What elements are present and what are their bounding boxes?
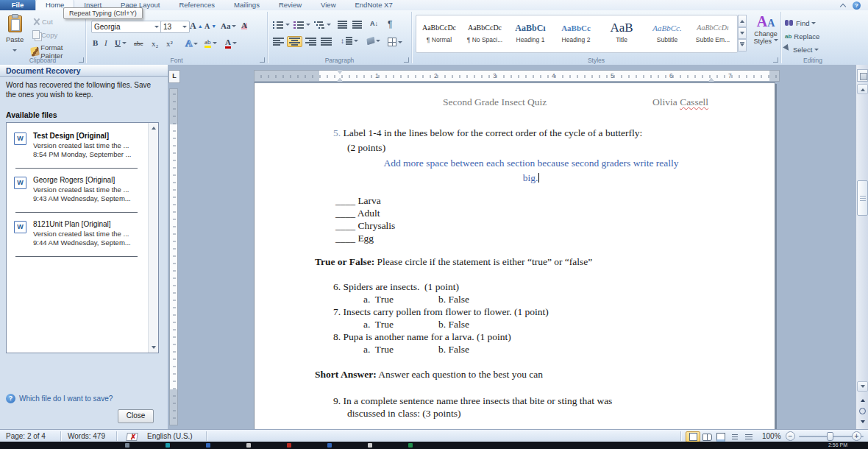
- line-spacing-button[interactable]: ↕: [339, 36, 360, 46]
- shading-button[interactable]: [366, 37, 382, 45]
- grow-font-button[interactable]: A▲: [188, 20, 204, 32]
- taskbar-app-icon[interactable]: [287, 443, 291, 448]
- next-page-button[interactable]: [857, 417, 868, 428]
- clipboard-dialog-launcher[interactable]: [79, 57, 84, 63]
- align-right-button[interactable]: [304, 37, 318, 46]
- change-case-button[interactable]: Aa: [219, 21, 238, 31]
- replace-button[interactable]: abReplace: [785, 29, 819, 43]
- clear-formatting-button[interactable]: A: [240, 20, 249, 30]
- underline-button[interactable]: U: [113, 38, 128, 48]
- view-ruler-toggle-icon[interactable]: [857, 69, 868, 82]
- style-subtitle[interactable]: AaBbCc.Subtitle: [644, 15, 690, 52]
- word-count[interactable]: Words: 479: [68, 430, 105, 442]
- font-name-combobox[interactable]: Georgia: [91, 21, 162, 33]
- paste-button[interactable]: Paste: [6, 15, 24, 57]
- zoom-in-button[interactable]: +: [852, 431, 861, 441]
- paragraph-dialog-launcher[interactable]: [404, 57, 409, 63]
- scroll-up-icon[interactable]: [149, 123, 158, 132]
- scroll-down-icon[interactable]: [149, 343, 158, 353]
- tab-endnote[interactable]: EndNote X7: [346, 0, 402, 10]
- page-indicator[interactable]: Page: 2 of 4: [6, 430, 46, 442]
- taskbar-app-icon[interactable]: [327, 443, 332, 448]
- italic-button[interactable]: I: [103, 38, 109, 48]
- tab-stop-selector[interactable]: L: [168, 70, 180, 83]
- tab-review[interactable]: Review: [269, 0, 311, 10]
- style-title[interactable]: AaBTitle: [599, 15, 644, 52]
- text-effects-button[interactable]: A: [184, 37, 199, 50]
- copy-button[interactable]: Copy: [31, 29, 59, 40]
- which-file-help-link[interactable]: Which file do I want to save?: [19, 395, 113, 403]
- taskbar-app-icon[interactable]: [408, 443, 413, 448]
- font-color-button[interactable]: A: [224, 37, 238, 49]
- scroll-up-icon[interactable]: [857, 84, 868, 94]
- style-no-spacing[interactable]: AaBbCcDc¶ No Spaci...: [462, 15, 508, 52]
- justify-button[interactable]: [319, 37, 333, 46]
- styles-more-button[interactable]: [738, 39, 747, 52]
- show-paragraph-marks-button[interactable]: ¶: [386, 18, 394, 30]
- tab-file[interactable]: File: [0, 0, 35, 10]
- previous-page-button[interactable]: [857, 395, 868, 406]
- hanging-indent-marker[interactable]: [337, 75, 343, 82]
- styles-scroll-up-button[interactable]: [738, 15, 747, 27]
- document-page[interactable]: Second Grade Insect Quiz Olivia Cassell …: [254, 82, 775, 429]
- styles-scroll-down-button[interactable]: [738, 27, 747, 40]
- draft-view-button[interactable]: [741, 431, 756, 442]
- strikethrough-button[interactable]: abc: [132, 39, 145, 48]
- font-size-combobox[interactable]: 13: [160, 21, 190, 33]
- horizontal-ruler[interactable]: 1 2 3 4 5 6 7: [254, 70, 780, 82]
- decrease-indent-button[interactable]: [336, 20, 349, 29]
- style-normal[interactable]: AaBbCcDc¶ Normal: [416, 15, 462, 52]
- bold-button[interactable]: B: [91, 38, 99, 48]
- vertical-scrollbar[interactable]: [855, 65, 868, 429]
- highlight-button[interactable]: ab: [203, 38, 218, 49]
- zoom-level[interactable]: 100%: [762, 430, 781, 442]
- increase-indent-button[interactable]: [351, 20, 363, 29]
- change-styles-button[interactable]: AA Change Styles: [751, 13, 780, 45]
- font-dialog-launcher[interactable]: [260, 57, 265, 63]
- file-list-scrollbar[interactable]: [148, 123, 158, 353]
- scrollbar-thumb[interactable]: [857, 180, 868, 216]
- tab-mailings[interactable]: Mailings: [224, 0, 269, 10]
- style-subtle-emphasis[interactable]: AaBbCcDıSubtle Em...: [690, 15, 736, 52]
- borders-button[interactable]: [386, 37, 404, 47]
- sort-button[interactable]: A↓: [369, 19, 380, 28]
- taskbar-app-icon[interactable]: [246, 443, 251, 448]
- align-center-button[interactable]: [287, 36, 302, 47]
- select-browse-object-button[interactable]: [857, 406, 868, 417]
- tab-references[interactable]: References: [169, 0, 224, 10]
- zoom-slider-thumb[interactable]: [827, 432, 833, 441]
- style-heading2[interactable]: AaBbCcHeading 2: [553, 15, 599, 52]
- recovered-file-item[interactable]: W Test Design [Original]Version created …: [14, 132, 145, 160]
- shrink-font-button[interactable]: A▼: [203, 21, 218, 31]
- close-button[interactable]: Close: [118, 409, 154, 423]
- taskbar-app-icon[interactable]: [125, 443, 129, 448]
- multilevel-list-button[interactable]: [313, 20, 332, 29]
- full-screen-reading-view-button[interactable]: [700, 431, 714, 442]
- zoom-out-button[interactable]: −: [786, 431, 795, 441]
- recovered-file-item[interactable]: W 8121Unit Plan [Original]Version create…: [14, 220, 145, 248]
- style-heading1[interactable]: AaBbCıHeading 1: [508, 15, 553, 52]
- right-indent-marker[interactable]: [708, 75, 714, 82]
- vertical-ruler[interactable]: [169, 88, 178, 425]
- help-icon[interactable]: ?: [853, 1, 861, 10]
- outline-view-button[interactable]: [728, 431, 742, 442]
- web-layout-view-button[interactable]: [714, 431, 728, 442]
- styles-dialog-launcher[interactable]: [773, 57, 778, 63]
- taskbar-app-icon[interactable]: [206, 443, 210, 448]
- scroll-down-icon[interactable]: [857, 381, 868, 392]
- subscript-button[interactable]: x₂: [150, 38, 160, 49]
- minimize-ribbon-icon[interactable]: [841, 4, 847, 7]
- taskbar-app-icon[interactable]: [368, 443, 372, 448]
- find-button[interactable]: Find: [785, 16, 816, 29]
- language-indicator[interactable]: English (U.S.): [147, 430, 193, 442]
- align-left-button[interactable]: [271, 37, 285, 46]
- select-button[interactable]: Select: [785, 43, 819, 56]
- print-layout-view-button[interactable]: [686, 431, 700, 442]
- tab-view[interactable]: View: [311, 0, 345, 10]
- cut-button[interactable]: Cut: [31, 17, 54, 26]
- taskbar-app-icon[interactable]: [166, 443, 170, 448]
- recovered-file-item[interactable]: W George Rogers [Original]Version create…: [14, 176, 145, 204]
- numbering-button[interactable]: [292, 20, 312, 29]
- superscript-button[interactable]: x²: [165, 38, 174, 49]
- bullets-button[interactable]: [271, 20, 291, 29]
